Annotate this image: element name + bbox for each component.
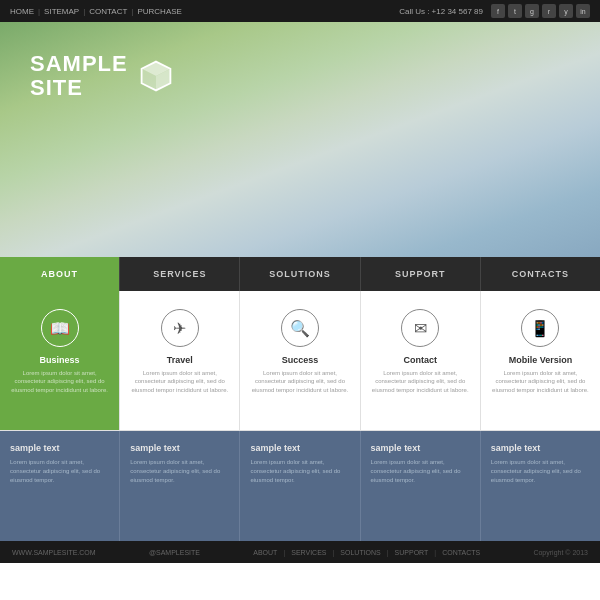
linkedin-icon[interactable]: in <box>576 4 590 18</box>
nav-home[interactable]: HOME <box>10 7 34 16</box>
card-contact-title: Contact <box>403 355 437 365</box>
main-nav: ABOUT SERVICES SOLUTIONS SUPPORT CONTACT… <box>0 257 600 291</box>
top-nav-links[interactable]: HOME | SITEMAP | CONTACT | PURCHASE <box>10 7 182 16</box>
travel-icon: ✈ <box>161 309 199 347</box>
info-col-1: sample text Lorem ipsum dolor sit amet, … <box>0 431 120 541</box>
hero-logo: SAMPLE SITE <box>30 52 174 100</box>
footer-contacts[interactable]: CONTACTS <box>442 549 480 556</box>
top-nav: HOME | SITEMAP | CONTACT | PURCHASE Call… <box>0 0 600 22</box>
logo-text: SAMPLE SITE <box>30 52 128 100</box>
card-mobile-title: Mobile Version <box>509 355 573 365</box>
footer-links: ABOUT | SERVICES | SOLUTIONS | SUPPORT |… <box>253 549 480 556</box>
info-text-1: Lorem ipsum dolor sit amet, consectetur … <box>10 458 109 485</box>
card-travel: ✈ Travel Lorem ipsum dolor sit amet, con… <box>120 291 240 430</box>
top-nav-right: Call Us : +12 34 567 89 f t g r y in <box>399 4 590 18</box>
contact-icon: ✉ <box>401 309 439 347</box>
card-travel-title: Travel <box>167 355 193 365</box>
info-section: sample text Lorem ipsum dolor sit amet, … <box>0 431 600 541</box>
cards-section: 📖 Business Lorem ipsum dolor sit amet, c… <box>0 291 600 431</box>
card-success-desc: Lorem ipsum dolor sit amet, consectetur … <box>248 369 351 394</box>
social-icons: f t g r y in <box>491 4 590 18</box>
info-title-4: sample text <box>371 443 470 453</box>
nav-sitemap[interactable]: SITEMAP <box>44 7 79 16</box>
card-business-title: Business <box>40 355 80 365</box>
card-contact-desc: Lorem ipsum dolor sit amet, consectetur … <box>369 369 472 394</box>
info-col-5: sample text Lorem ipsum dolor sit amet, … <box>481 431 600 541</box>
footer: WWW.SAMPLESITE.COM @SAMPLESITE ABOUT | S… <box>0 541 600 563</box>
nav-purchase[interactable]: PURCHASE <box>137 7 181 16</box>
footer-copyright: Copyright © 2013 <box>533 549 588 556</box>
footer-about[interactable]: ABOUT <box>253 549 277 556</box>
logo-box-icon <box>138 58 174 94</box>
main-nav-services[interactable]: SERVICES <box>120 257 240 291</box>
info-text-2: Lorem ipsum dolor sit amet, consectetur … <box>130 458 229 485</box>
info-text-5: Lorem ipsum dolor sit amet, consectetur … <box>491 458 590 485</box>
card-business: 📖 Business Lorem ipsum dolor sit amet, c… <box>0 291 120 430</box>
facebook-icon[interactable]: f <box>491 4 505 18</box>
card-success-title: Success <box>282 355 319 365</box>
info-col-3: sample text Lorem ipsum dolor sit amet, … <box>240 431 360 541</box>
footer-services[interactable]: SERVICES <box>291 549 326 556</box>
footer-social: @SAMPLESITE <box>149 549 200 556</box>
mobile-icon: 📱 <box>521 309 559 347</box>
hero-section: SAMPLE SITE <box>0 22 600 257</box>
main-nav-about[interactable]: ABOUT <box>0 257 120 291</box>
info-title-2: sample text <box>130 443 229 453</box>
call-us-text: Call Us : +12 34 567 89 <box>399 7 483 16</box>
card-mobile: 📱 Mobile Version Lorem ipsum dolor sit a… <box>481 291 600 430</box>
card-success: 🔍 Success Lorem ipsum dolor sit amet, co… <box>240 291 360 430</box>
info-title-1: sample text <box>10 443 109 453</box>
rss-icon[interactable]: r <box>542 4 556 18</box>
info-title-3: sample text <box>250 443 349 453</box>
main-nav-solutions[interactable]: SOLUTIONS <box>240 257 360 291</box>
card-contact: ✉ Contact Lorem ipsum dolor sit amet, co… <box>361 291 481 430</box>
twitter-icon[interactable]: t <box>508 4 522 18</box>
footer-support[interactable]: SUPPORT <box>395 549 429 556</box>
nav-contact[interactable]: CONTACT <box>89 7 127 16</box>
business-icon: 📖 <box>41 309 79 347</box>
info-col-4: sample text Lorem ipsum dolor sit amet, … <box>361 431 481 541</box>
success-icon: 🔍 <box>281 309 319 347</box>
card-mobile-desc: Lorem ipsum dolor sit amet, consectetur … <box>489 369 592 394</box>
main-nav-support[interactable]: SUPPORT <box>361 257 481 291</box>
info-text-4: Lorem ipsum dolor sit amet, consectetur … <box>371 458 470 485</box>
google-icon[interactable]: g <box>525 4 539 18</box>
info-col-2: sample text Lorem ipsum dolor sit amet, … <box>120 431 240 541</box>
youtube-icon[interactable]: y <box>559 4 573 18</box>
card-business-desc: Lorem ipsum dolor sit amet, consectetur … <box>8 369 111 394</box>
info-title-5: sample text <box>491 443 590 453</box>
card-travel-desc: Lorem ipsum dolor sit amet, consectetur … <box>128 369 231 394</box>
main-nav-contacts[interactable]: CONTACTS <box>481 257 600 291</box>
footer-website: WWW.SAMPLESITE.COM <box>12 549 96 556</box>
footer-solutions[interactable]: SOLUTIONS <box>340 549 380 556</box>
info-text-3: Lorem ipsum dolor sit amet, consectetur … <box>250 458 349 485</box>
